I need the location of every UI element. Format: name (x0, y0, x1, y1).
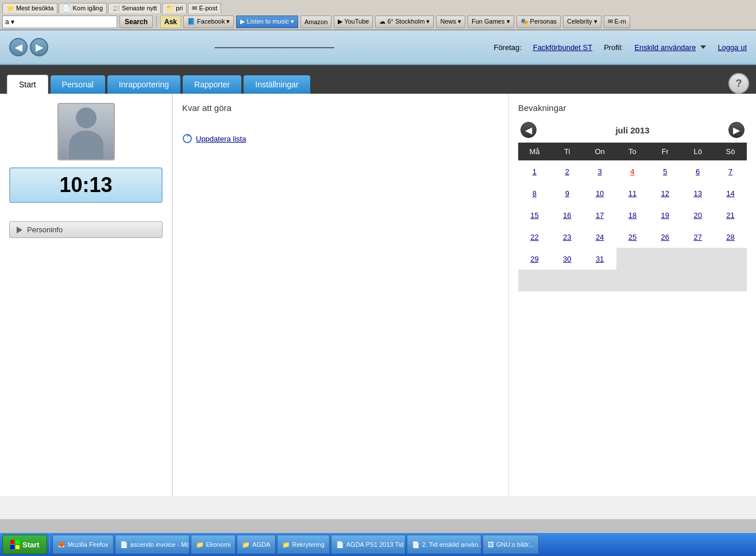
email-button[interactable]: ✉ E-m (604, 16, 630, 28)
calendar-weekday-row: Må Ti On To Fr Lö Sö (518, 143, 747, 160)
doc-icon: 📄 (63, 5, 71, 12)
calendar-day[interactable]: 2 (551, 160, 584, 182)
calendar-day[interactable]: 20 (681, 204, 714, 226)
tab-inrapportering[interactable]: Inrapportering (107, 75, 180, 94)
tab-start[interactable]: Start (7, 75, 48, 94)
calendar-day[interactable]: 7 (714, 160, 747, 182)
calendar-day[interactable]: 8 (518, 182, 551, 204)
calendar-day[interactable]: 22 (518, 226, 551, 248)
calendar-next-button[interactable]: ▶ (728, 122, 745, 138)
calendar-day[interactable]: 25 (616, 226, 649, 248)
taskbar-item-gnu[interactable]: 🖼 GNU:s bildr... (483, 535, 539, 554)
svg-rect-4 (16, 545, 20, 549)
weather-button[interactable]: ☁ 6° Stockholm ▾ (375, 16, 434, 28)
calendar-day[interactable]: 13 (681, 182, 714, 204)
calendar-day (714, 248, 747, 270)
taskbar-item-tid-enskild[interactable]: 📄 2. Tid enskild använ... (407, 535, 481, 554)
calendar-day[interactable]: 4 (616, 160, 649, 182)
calendar-day[interactable]: 18 (616, 204, 649, 226)
header-title: ———————————————— (55, 43, 493, 52)
calendar-day[interactable]: 30 (551, 248, 584, 270)
calendar-day[interactable]: 27 (681, 226, 714, 248)
tab-senaste-nytt[interactable]: 📰 Senaste nytt (108, 3, 161, 13)
calendar-day[interactable]: 6 (681, 160, 714, 182)
separator-1 (156, 16, 157, 28)
calendar-day[interactable]: 12 (649, 182, 681, 204)
facebook-button[interactable]: 📘 Facebook ▾ (183, 16, 234, 28)
taskbar-item-invoice[interactable]: 📄 ascendo invoice - Mo... (115, 535, 190, 554)
tid-enskild-icon: 📄 (412, 541, 420, 549)
taskbar-item-firefox[interactable]: 🦊 Mozilla Firefox (52, 535, 114, 554)
celebrity-button[interactable]: Celebrity ▾ (563, 16, 601, 28)
update-list-link[interactable]: Uppdatera lista (182, 133, 499, 144)
tab-personal[interactable]: Personal (51, 75, 105, 94)
search-button[interactable]: Search (119, 16, 153, 28)
start-button[interactable]: Start (2, 535, 47, 554)
profil-link[interactable]: Enskild användare (634, 43, 696, 52)
tab-installningar[interactable]: Inställningar (244, 75, 310, 94)
refresh-icon (182, 133, 192, 144)
avatar-silhouette (66, 108, 106, 156)
news-button[interactable]: News ▾ (436, 16, 465, 28)
mail-icon-tab: ✉ (192, 5, 197, 12)
youtube-button[interactable]: ▶ YouTube (334, 16, 373, 28)
tab-mest-besokta[interactable]: ⭐ Mest besökta (2, 3, 57, 13)
calendar-day[interactable]: 15 (518, 204, 551, 226)
foretag-link[interactable]: Fackförbundet ST (533, 43, 592, 52)
help-button[interactable]: ? (728, 73, 749, 94)
taskbar-item-agda[interactable]: 📁 AGDA (237, 535, 275, 554)
tab-epost[interactable]: ✉ E-post (188, 3, 221, 13)
calendar-day[interactable]: 31 (584, 248, 616, 270)
logga-ut-link[interactable]: Logga ut (718, 43, 747, 52)
calendar-day (584, 270, 616, 292)
tab-pri[interactable]: 📁 pri (162, 3, 187, 13)
nav-tabs: Start Personal Inrapportering Rapporter … (0, 65, 756, 94)
fun-games-button[interactable]: Fun Games ▾ (468, 16, 514, 28)
listen-music-button[interactable]: ▶ Listen to music ▾ (236, 16, 298, 28)
svg-rect-2 (16, 540, 20, 544)
calendar-prev-button[interactable]: ◀ (520, 122, 537, 138)
calendar-day[interactable]: 24 (584, 226, 616, 248)
clock-time: 10:13 (59, 173, 112, 197)
calendar-day[interactable]: 16 (551, 204, 584, 226)
calendar-day[interactable]: 9 (551, 182, 584, 204)
calendar-day[interactable]: 11 (616, 182, 649, 204)
back-arrow[interactable]: ◀ (9, 38, 28, 56)
taskbar-item-agda-tid[interactable]: 📄 AGDA PS1 2013 Tid - ... (331, 535, 406, 554)
calendar-day[interactable]: 17 (584, 204, 616, 226)
weekday-ma: Må (518, 143, 551, 160)
calendar-day[interactable]: 26 (649, 226, 681, 248)
play-icon (17, 227, 22, 233)
taskbar-item-rekrytering[interactable]: 📁 Rekrytering (277, 535, 330, 554)
calendar-day[interactable]: 29 (518, 248, 551, 270)
profile-dropdown[interactable]: Enskild användare (634, 43, 706, 52)
calendar-day (714, 270, 747, 292)
tab-rapporter[interactable]: Rapporter (183, 75, 241, 94)
profil-label: Profil: (604, 43, 623, 52)
calendar-day[interactable]: 5 (649, 160, 681, 182)
url-input[interactable] (2, 16, 117, 28)
taskbar-item-ekonomi[interactable]: 📁 Ekonomi (191, 535, 236, 554)
tab-kom-igang[interactable]: 📄 Kom igång (59, 3, 107, 13)
calendar-week-row: 891011121314 (518, 182, 747, 204)
ask-button[interactable]: Ask (160, 16, 181, 28)
calendar-day[interactable]: 14 (714, 182, 747, 204)
personas-button[interactable]: 🎭 Personas (516, 16, 561, 28)
calendar-day[interactable]: 23 (551, 226, 584, 248)
avatar-body (69, 131, 103, 159)
calendar-week-row: 1234567 (518, 160, 747, 182)
calendar-day[interactable]: 3 (584, 160, 616, 182)
calendar-day[interactable]: 10 (584, 182, 616, 204)
personinfo-button[interactable]: Personinfo (9, 221, 163, 238)
calendar-day[interactable]: 19 (649, 204, 681, 226)
calendar-day[interactable]: 1 (518, 160, 551, 182)
app-header: ◀ ▶ ———————————————— Företag: Fackförbun… (0, 30, 756, 65)
forward-arrow[interactable]: ▶ (30, 38, 48, 56)
avatar-head (76, 108, 97, 128)
amazon-button[interactable]: Amazon (300, 16, 331, 28)
calendar-month: juli 2013 (615, 125, 649, 135)
agda-tid-icon: 📄 (336, 541, 344, 549)
calendar-week-row: 22232425262728 (518, 226, 747, 248)
calendar-day[interactable]: 28 (714, 226, 747, 248)
calendar-day[interactable]: 21 (714, 204, 747, 226)
